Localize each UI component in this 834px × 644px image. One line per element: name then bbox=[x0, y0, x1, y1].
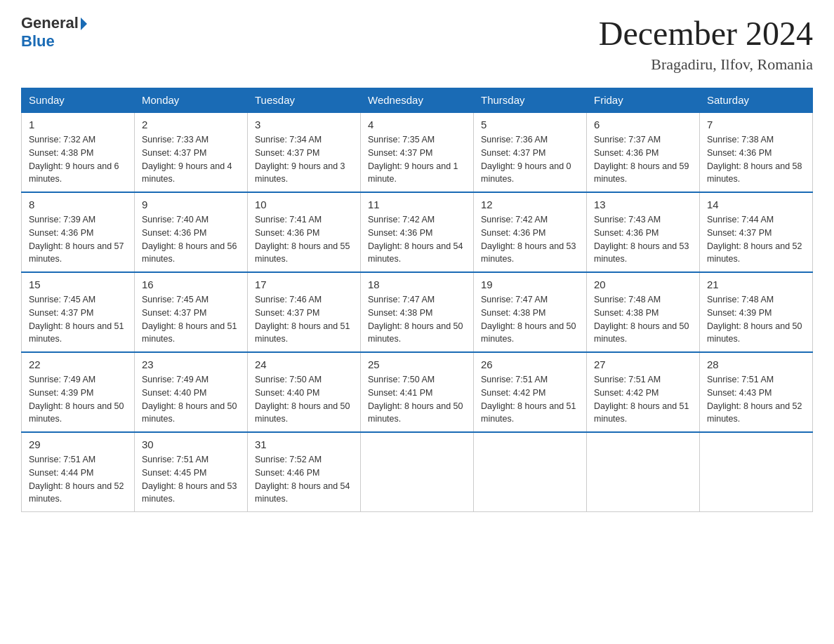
day-number: 22 bbox=[29, 358, 127, 370]
day-number: 29 bbox=[29, 438, 127, 450]
day-number: 4 bbox=[368, 119, 466, 130]
calendar-cell: 27 Sunrise: 7:51 AMSunset: 4:42 PMDaylig… bbox=[587, 352, 700, 432]
day-info: Sunrise: 7:38 AMSunset: 4:36 PMDaylight:… bbox=[707, 133, 805, 186]
day-number: 27 bbox=[594, 358, 692, 370]
calendar-cell bbox=[587, 432, 700, 512]
calendar-cell: 22 Sunrise: 7:49 AMSunset: 4:39 PMDaylig… bbox=[22, 352, 135, 432]
day-info: Sunrise: 7:51 AMSunset: 4:44 PMDaylight:… bbox=[29, 453, 127, 506]
calendar-cell: 9 Sunrise: 7:40 AMSunset: 4:36 PMDayligh… bbox=[135, 192, 248, 272]
weekday-header-monday: Monday bbox=[135, 88, 248, 113]
calendar-cell: 30 Sunrise: 7:51 AMSunset: 4:45 PMDaylig… bbox=[135, 432, 248, 512]
day-info: Sunrise: 7:41 AMSunset: 4:36 PMDaylight:… bbox=[255, 213, 353, 266]
day-number: 16 bbox=[142, 279, 240, 290]
calendar-week-row: 15 Sunrise: 7:45 AMSunset: 4:37 PMDaylig… bbox=[22, 272, 813, 352]
day-info: Sunrise: 7:42 AMSunset: 4:36 PMDaylight:… bbox=[481, 213, 579, 266]
day-number: 17 bbox=[255, 279, 353, 290]
day-info: Sunrise: 7:50 AMSunset: 4:40 PMDaylight:… bbox=[255, 373, 353, 426]
day-number: 7 bbox=[707, 119, 805, 130]
calendar-cell: 20 Sunrise: 7:48 AMSunset: 4:38 PMDaylig… bbox=[587, 272, 700, 352]
day-info: Sunrise: 7:50 AMSunset: 4:41 PMDaylight:… bbox=[368, 373, 466, 426]
calendar-week-row: 29 Sunrise: 7:51 AMSunset: 4:44 PMDaylig… bbox=[22, 432, 813, 512]
day-info: Sunrise: 7:46 AMSunset: 4:37 PMDaylight:… bbox=[255, 293, 353, 346]
title-block: December 2024 Bragadiru, Ilfov, Romania bbox=[599, 14, 813, 74]
calendar-cell: 2 Sunrise: 7:33 AMSunset: 4:37 PMDayligh… bbox=[135, 112, 248, 192]
calendar-week-row: 1 Sunrise: 7:32 AMSunset: 4:38 PMDayligh… bbox=[22, 112, 813, 192]
calendar-week-row: 8 Sunrise: 7:39 AMSunset: 4:36 PMDayligh… bbox=[22, 192, 813, 272]
day-number: 25 bbox=[368, 358, 466, 370]
weekday-header-tuesday: Tuesday bbox=[248, 88, 361, 113]
day-info: Sunrise: 7:32 AMSunset: 4:38 PMDaylight:… bbox=[29, 133, 127, 186]
calendar-cell: 21 Sunrise: 7:48 AMSunset: 4:39 PMDaylig… bbox=[700, 272, 813, 352]
logo-general-text: General bbox=[21, 14, 79, 32]
day-info: Sunrise: 7:36 AMSunset: 4:37 PMDaylight:… bbox=[481, 133, 579, 186]
day-number: 12 bbox=[481, 199, 579, 210]
calendar-cell: 24 Sunrise: 7:50 AMSunset: 4:40 PMDaylig… bbox=[248, 352, 361, 432]
day-number: 24 bbox=[255, 358, 353, 370]
calendar-cell bbox=[361, 432, 474, 512]
weekday-header-saturday: Saturday bbox=[700, 88, 813, 113]
day-number: 13 bbox=[594, 199, 692, 210]
calendar-cell: 5 Sunrise: 7:36 AMSunset: 4:37 PMDayligh… bbox=[474, 112, 587, 192]
weekday-header-thursday: Thursday bbox=[474, 88, 587, 113]
calendar-cell: 16 Sunrise: 7:45 AMSunset: 4:37 PMDaylig… bbox=[135, 272, 248, 352]
day-number: 31 bbox=[255, 438, 353, 450]
weekday-header-sunday: Sunday bbox=[22, 88, 135, 113]
calendar-cell: 19 Sunrise: 7:47 AMSunset: 4:38 PMDaylig… bbox=[474, 272, 587, 352]
calendar-cell: 18 Sunrise: 7:47 AMSunset: 4:38 PMDaylig… bbox=[361, 272, 474, 352]
calendar-cell: 3 Sunrise: 7:34 AMSunset: 4:37 PMDayligh… bbox=[248, 112, 361, 192]
day-number: 11 bbox=[368, 199, 466, 210]
calendar-cell: 12 Sunrise: 7:42 AMSunset: 4:36 PMDaylig… bbox=[474, 192, 587, 272]
calendar-cell: 4 Sunrise: 7:35 AMSunset: 4:37 PMDayligh… bbox=[361, 112, 474, 192]
day-info: Sunrise: 7:34 AMSunset: 4:37 PMDaylight:… bbox=[255, 133, 353, 186]
calendar-header-row: SundayMondayTuesdayWednesdayThursdayFrid… bbox=[22, 88, 813, 113]
day-info: Sunrise: 7:37 AMSunset: 4:36 PMDaylight:… bbox=[594, 133, 692, 186]
day-number: 20 bbox=[594, 279, 692, 290]
day-info: Sunrise: 7:44 AMSunset: 4:37 PMDaylight:… bbox=[707, 213, 805, 266]
calendar-cell: 15 Sunrise: 7:45 AMSunset: 4:37 PMDaylig… bbox=[22, 272, 135, 352]
day-info: Sunrise: 7:45 AMSunset: 4:37 PMDaylight:… bbox=[142, 293, 240, 346]
day-info: Sunrise: 7:52 AMSunset: 4:46 PMDaylight:… bbox=[255, 453, 353, 506]
day-number: 5 bbox=[481, 119, 579, 130]
day-info: Sunrise: 7:49 AMSunset: 4:39 PMDaylight:… bbox=[29, 373, 127, 426]
calendar-cell: 8 Sunrise: 7:39 AMSunset: 4:36 PMDayligh… bbox=[22, 192, 135, 272]
calendar-week-row: 22 Sunrise: 7:49 AMSunset: 4:39 PMDaylig… bbox=[22, 352, 813, 432]
day-number: 23 bbox=[142, 358, 240, 370]
calendar-cell: 28 Sunrise: 7:51 AMSunset: 4:43 PMDaylig… bbox=[700, 352, 813, 432]
day-info: Sunrise: 7:43 AMSunset: 4:36 PMDaylight:… bbox=[594, 213, 692, 266]
calendar-cell: 13 Sunrise: 7:43 AMSunset: 4:36 PMDaylig… bbox=[587, 192, 700, 272]
day-number: 9 bbox=[142, 199, 240, 210]
calendar-cell: 11 Sunrise: 7:42 AMSunset: 4:36 PMDaylig… bbox=[361, 192, 474, 272]
day-number: 19 bbox=[481, 279, 579, 290]
day-number: 18 bbox=[368, 279, 466, 290]
day-number: 14 bbox=[707, 199, 805, 210]
calendar-cell: 23 Sunrise: 7:49 AMSunset: 4:40 PMDaylig… bbox=[135, 352, 248, 432]
day-number: 15 bbox=[29, 279, 127, 290]
calendar-cell: 1 Sunrise: 7:32 AMSunset: 4:38 PMDayligh… bbox=[22, 112, 135, 192]
day-info: Sunrise: 7:33 AMSunset: 4:37 PMDaylight:… bbox=[142, 133, 240, 186]
day-number: 10 bbox=[255, 199, 353, 210]
day-number: 21 bbox=[707, 279, 805, 290]
day-info: Sunrise: 7:51 AMSunset: 4:45 PMDaylight:… bbox=[142, 453, 240, 506]
day-info: Sunrise: 7:49 AMSunset: 4:40 PMDaylight:… bbox=[142, 373, 240, 426]
day-number: 2 bbox=[142, 119, 240, 130]
calendar-table: SundayMondayTuesdayWednesdayThursdayFrid… bbox=[21, 88, 813, 512]
day-info: Sunrise: 7:48 AMSunset: 4:38 PMDaylight:… bbox=[594, 293, 692, 346]
logo-blue-text: Blue bbox=[21, 32, 55, 51]
calendar-cell: 14 Sunrise: 7:44 AMSunset: 4:37 PMDaylig… bbox=[700, 192, 813, 272]
day-info: Sunrise: 7:40 AMSunset: 4:36 PMDaylight:… bbox=[142, 213, 240, 266]
location-title: Bragadiru, Ilfov, Romania bbox=[599, 55, 813, 74]
day-info: Sunrise: 7:48 AMSunset: 4:39 PMDaylight:… bbox=[707, 293, 805, 346]
day-number: 26 bbox=[481, 358, 579, 370]
page-header: General Blue December 2024 Bragadiru, Il… bbox=[21, 14, 813, 74]
day-info: Sunrise: 7:42 AMSunset: 4:36 PMDaylight:… bbox=[368, 213, 466, 266]
logo: General Blue bbox=[21, 14, 87, 51]
calendar-cell: 7 Sunrise: 7:38 AMSunset: 4:36 PMDayligh… bbox=[700, 112, 813, 192]
day-info: Sunrise: 7:45 AMSunset: 4:37 PMDaylight:… bbox=[29, 293, 127, 346]
day-info: Sunrise: 7:51 AMSunset: 4:42 PMDaylight:… bbox=[594, 373, 692, 426]
day-info: Sunrise: 7:35 AMSunset: 4:37 PMDaylight:… bbox=[368, 133, 466, 186]
calendar-cell: 31 Sunrise: 7:52 AMSunset: 4:46 PMDaylig… bbox=[248, 432, 361, 512]
month-title: December 2024 bbox=[599, 14, 813, 53]
calendar-cell bbox=[474, 432, 587, 512]
day-number: 30 bbox=[142, 438, 240, 450]
calendar-cell: 26 Sunrise: 7:51 AMSunset: 4:42 PMDaylig… bbox=[474, 352, 587, 432]
